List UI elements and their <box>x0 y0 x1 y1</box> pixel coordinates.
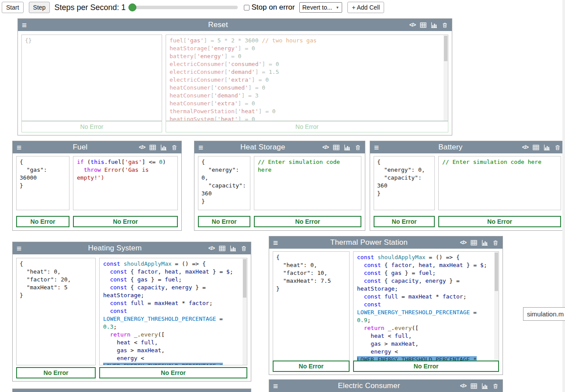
drag-handle-icon[interactable]: ≡ <box>273 382 278 390</box>
cell-title: Reset <box>27 21 409 29</box>
scrollbar-thumb[interactable] <box>444 36 447 61</box>
header-icons: </> <box>409 22 448 28</box>
scrollbar[interactable] <box>243 258 247 365</box>
chart-view-icon[interactable] <box>544 144 550 151</box>
cell-fuel-header: ≡ Fuel </> <box>13 141 181 153</box>
state-status-badge: No Error <box>16 367 96 378</box>
simulation-file-tooltip: simulation.m <box>523 307 565 321</box>
stop-on-error-label[interactable]: Stop on error <box>252 3 295 12</box>
drag-handle-icon[interactable]: ≡ <box>22 21 27 29</box>
state-status-badge: No Error <box>21 121 162 132</box>
chart-view-icon[interactable] <box>431 22 437 28</box>
revert-dropdown[interactable]: Revert to... ▼ <box>299 2 342 13</box>
code-view-icon[interactable]: </> <box>208 245 215 251</box>
cell-electric-consumer-header: ≡ Electric Consumer </> <box>269 380 503 392</box>
table-view-icon[interactable] <box>149 144 156 151</box>
delete-cell-icon[interactable] <box>241 245 247 252</box>
code-view-icon[interactable]: </> <box>460 383 466 389</box>
code-view-icon[interactable]: </> <box>409 22 416 28</box>
status-row: No Error No Error <box>374 216 561 227</box>
table-view-icon[interactable] <box>333 144 340 151</box>
table-view-icon[interactable] <box>533 144 539 151</box>
cell-body: {} fuel['gas'] = 5 * 2 * 3600 // two hou… <box>21 35 448 121</box>
chart-view-icon[interactable] <box>230 245 236 252</box>
table-view-icon[interactable] <box>471 239 477 246</box>
step-button[interactable]: Step <box>29 2 50 13</box>
state-json-editor[interactable]: { "gas": 36000 } <box>17 156 69 191</box>
delete-cell-icon[interactable] <box>355 144 361 151</box>
state-json-editor[interactable]: { "energy": 0, "capacity": 360 } <box>374 156 434 199</box>
slider-track[interactable] <box>133 6 238 9</box>
code-view-icon[interactable]: </> <box>522 144 528 150</box>
code-status-badge: No Error <box>99 367 247 378</box>
cell-title: Fuel <box>21 143 139 152</box>
table-view-icon[interactable] <box>471 383 477 389</box>
cell-battery-header: ≡ Battery </> <box>370 141 565 153</box>
table-view-icon[interactable] <box>420 22 426 28</box>
status-row: No Error No Error <box>16 367 247 378</box>
code-view-icon[interactable]: </> <box>139 144 145 150</box>
code-editor[interactable]: if (this.fuel['gas'] <= 0) throw Error('… <box>73 156 177 184</box>
cell-reset: ≡ Reset </> {} fuel['gas'] = 5 * 2 * 360… <box>17 18 452 135</box>
header-icons: </> <box>460 239 499 246</box>
chart-view-icon[interactable] <box>160 144 167 151</box>
delete-cell-icon[interactable] <box>555 144 561 151</box>
code-editor[interactable]: // Enter simulation codehere <box>254 156 361 176</box>
code-panel: const shouldApplyMax = () => { const { f… <box>99 258 247 365</box>
code-panel: const shouldApplyMax = () => { const { f… <box>353 251 499 361</box>
table-view-icon[interactable] <box>219 245 225 252</box>
code-panel: // Enter simulation code here <box>438 156 561 210</box>
cell-fuel: ≡ Fuel </> { "gas": 36000 } if (this.fue… <box>12 141 182 231</box>
state-json-editor[interactable]: { "heat": 0, "factor": 20, "maxHeat": 5 … <box>17 258 95 301</box>
code-editor[interactable]: // Enter simulation code here <box>439 156 561 168</box>
cell-title: Heating System <box>21 244 208 253</box>
status-row: No Error No Error <box>16 216 178 227</box>
cell-heating-system: ≡ Heating System </> { "heat": 0, "facto… <box>12 242 251 382</box>
cell-title: Electric Consumer <box>278 382 460 390</box>
add-cell-button[interactable]: + Add Cell <box>347 2 384 13</box>
state-json-editor[interactable]: {} <box>22 35 162 46</box>
code-editor[interactable]: const shouldApplyMax = () => { const { f… <box>100 258 247 365</box>
header-icons: </> <box>139 144 177 151</box>
code-editor[interactable]: fuel['gas'] = 5 * 2 * 3600 // two hours … <box>166 35 448 121</box>
chart-view-icon[interactable] <box>482 239 488 246</box>
page-scrollbar[interactable] <box>562 0 565 392</box>
delete-cell-icon[interactable] <box>492 383 499 389</box>
state-json-editor[interactable]: { "energy": 0, "capacity": 360 } <box>198 156 250 207</box>
state-json-editor[interactable]: { "heat": 0, "factor": 10, "maxHeat": 7.… <box>273 252 349 295</box>
revert-dropdown-value: Revert to... <box>302 4 332 11</box>
code-panel: // Enter simulation codehere <box>254 156 361 210</box>
slider-knob[interactable] <box>128 3 136 11</box>
chart-view-icon[interactable] <box>482 383 488 389</box>
cell-body: { "energy": 0, "capacity": 360 } // Ente… <box>374 156 561 210</box>
drag-handle-icon[interactable]: ≡ <box>198 143 203 152</box>
speed-slider[interactable] <box>128 3 238 11</box>
stop-on-error-checkbox[interactable] <box>244 5 250 10</box>
scrollbar-thumb[interactable] <box>243 259 246 298</box>
state-panel: {} <box>21 35 162 121</box>
code-editor[interactable]: const shouldApplyMax = () => { const { f… <box>354 252 499 361</box>
scrollbar[interactable] <box>494 252 499 361</box>
delete-cell-icon[interactable] <box>442 22 448 28</box>
scrollbar-thumb[interactable] <box>495 253 498 291</box>
drag-handle-icon[interactable]: ≡ <box>17 244 21 253</box>
chart-view-icon[interactable] <box>344 144 350 151</box>
delete-cell-icon[interactable] <box>492 239 499 246</box>
cell-electric-consumer: ≡ Electric Consumer </> <box>269 379 503 392</box>
cell-reset-header: ≡ Reset </> <box>18 19 452 31</box>
start-button[interactable]: Start <box>2 2 24 13</box>
scrollbar[interactable] <box>444 35 448 121</box>
cell-body: { "heat": 0, "factor": 20, "maxHeat": 5 … <box>16 258 247 365</box>
drag-handle-icon[interactable]: ≡ <box>273 239 278 247</box>
cell-title: Thermal Power Station <box>278 238 460 247</box>
code-view-icon[interactable]: </> <box>322 144 329 150</box>
state-status-badge: No Error <box>198 216 250 227</box>
delete-cell-icon[interactable] <box>171 144 177 151</box>
code-view-icon[interactable]: </> <box>460 239 466 246</box>
header-icons: </> <box>322 144 361 151</box>
code-status-badge: No Error <box>254 216 361 227</box>
status-row: No Error No Error <box>198 216 361 227</box>
drag-handle-icon[interactable]: ≡ <box>17 143 21 152</box>
drag-handle-icon[interactable]: ≡ <box>374 143 379 152</box>
cell-heat-storage: ≡ Heat Storage </> { "energy": 0, "capac… <box>194 141 365 231</box>
